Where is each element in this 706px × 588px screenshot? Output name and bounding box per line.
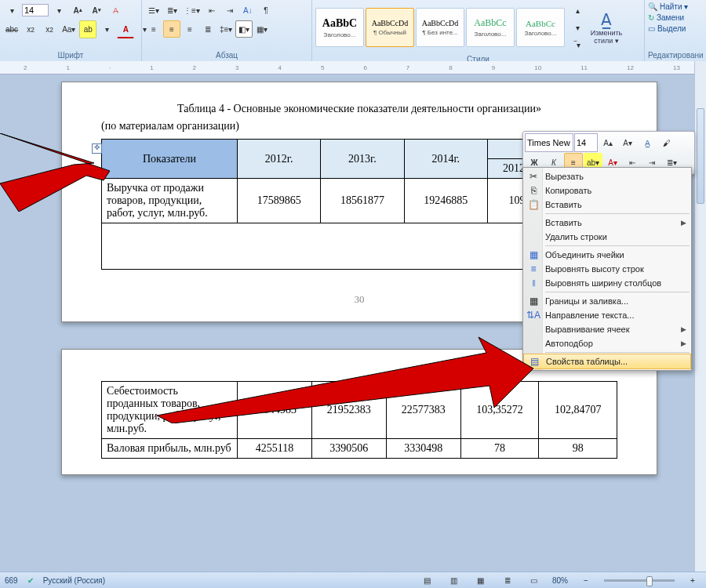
ctx-table-properties[interactable]: ▤Свойства таблицы... [523,354,691,369]
font-size-dropdown[interactable]: ▾ [50,2,67,19]
style-heading1[interactable]: AaBbCЗаголово... [315,8,364,47]
ctx-direction[interactable]: ⇅AНаправление текста... [523,308,691,322]
row2-v2[interactable]: 21952383 [311,382,386,439]
font-family-end[interactable]: ▾ [3,2,20,19]
clear-formatting[interactable]: A̶ [107,2,124,19]
table-move-handle[interactable]: ✥ [92,143,102,154]
th-2012[interactable]: 2012г. [238,140,321,179]
mini-size[interactable] [574,133,598,152]
indent-dec[interactable]: ⇤ [203,2,220,19]
change-case[interactable]: Aa▾ [60,20,78,38]
ctx-merge[interactable]: ▦Объединить ячейки [523,248,691,262]
view-print[interactable]: ▤ [419,572,436,588]
ctx-autofit[interactable]: Автоподбор▶ [523,336,691,350]
group-label-editing: Редактировани [648,49,703,60]
replace-button[interactable]: ↻Замени [648,13,684,23]
view-draft[interactable]: ▭ [526,572,543,588]
row3-v3[interactable]: 3330498 [386,439,460,459]
superscript[interactable]: x2 [41,20,58,38]
mini-shrink[interactable]: A▾ [618,133,637,152]
shrink-font[interactable]: A▾ [88,2,105,19]
row2-v5[interactable]: 102,84707 [539,382,617,439]
align-right[interactable]: ≡ [181,20,198,38]
font-color[interactable]: A [117,20,134,38]
row3-label[interactable]: Валовая прибыль, млн.руб [102,439,238,459]
mini-styles-icon[interactable]: A̲ [638,133,657,152]
change-styles[interactable]: A̲ Изменить стили ▾ [588,10,624,45]
grow-font[interactable]: A▴ [69,2,86,19]
strike[interactable]: abc [3,20,20,38]
row1-label[interactable]: Выручка от продажи товаров, продукции, р… [102,179,238,223]
highlight[interactable]: ab [79,20,96,38]
ctx-dist-rows[interactable]: ≡Выровнять высоту строк [523,262,691,276]
style-nospacing[interactable]: AaBbCcDd¶ Без инте... [416,8,464,47]
economic-table-2[interactable]: Себестоимость проданных товаров, продукц… [101,381,617,459]
mini-font[interactable] [525,133,573,152]
align-justify[interactable]: ≣ [199,20,217,38]
ctx-borders[interactable]: ▦Границы и заливка... [523,294,691,308]
row3-v2[interactable]: 3390506 [311,439,386,459]
row3-v5[interactable]: 98 [539,439,617,459]
row2-label[interactable]: Себестоимость проданных товаров, продукц… [102,382,238,439]
styles-more[interactable]: ‾▾ [569,36,586,53]
mini-grow[interactable]: A▴ [599,133,617,152]
ctx-insert[interactable]: Вставить▶ [523,216,691,230]
font-size-input[interactable] [22,4,49,16]
status-language[interactable]: Русский (Россия) [43,576,105,585]
styles-down[interactable]: ▾ [569,19,586,36]
table-caption: Таблица 4 - Основные экономические показ… [101,103,617,115]
zoom-out[interactable]: − [577,572,595,588]
bullets[interactable]: ☰▾ [145,2,162,19]
row2-v1[interactable]: 21844983 [238,382,312,439]
ctx-delete-rows[interactable]: Удалить строки [523,230,691,244]
row1-v3[interactable]: 19246885 [404,179,487,223]
scrollbar-thumb[interactable] [697,108,704,204]
ctx-cut[interactable]: ✂Вырезать [523,169,691,183]
th-2013[interactable]: 2013г. [321,140,404,179]
row2-v4[interactable]: 103,35272 [460,382,539,439]
row3-v1[interactable]: 4255118 [238,439,312,459]
row3-v4[interactable]: 78 [460,439,539,459]
numbering[interactable]: ≣▾ [163,2,180,19]
view-outline[interactable]: ≣ [499,572,516,588]
sort[interactable]: A↓ [239,2,257,19]
multilevel[interactable]: ⋮≡▾ [181,2,202,19]
status-bar: 669 ✔ Русский (Россия) ▤ ▥ ▦ ≣ ▭ 80% − + [0,572,706,588]
view-web[interactable]: ▦ [472,572,489,588]
zoom-slider[interactable] [604,579,675,582]
ctx-paste[interactable]: 📋Вставить [523,198,691,212]
zoom-level[interactable]: 80% [552,576,568,585]
row1-v1[interactable]: 17589865 [238,179,321,223]
style-normal[interactable]: AaBbCcDd¶ Обычный [366,8,414,47]
status-words[interactable]: 669 [5,576,18,585]
change-styles-icon: A̲ [601,10,612,29]
styles-gallery[interactable]: AaBbCЗаголово... AaBbCcDd¶ Обычный AaBbC… [315,8,565,47]
ctx-copy[interactable]: ⎘Копировать [523,183,691,198]
select-button[interactable]: ▭Выдели [648,24,686,34]
show-marks[interactable]: ¶ [257,2,275,19]
line-spacing[interactable]: ‡≡▾ [217,20,235,38]
borders-btn[interactable]: ▦▾ [253,20,271,38]
indent-inc[interactable]: ⇥ [221,2,238,19]
shading[interactable]: ◧▾ [235,20,253,38]
zoom-in[interactable]: + [684,572,701,588]
highlight-dd[interactable]: ▾ [98,20,115,38]
ruler-horizontal[interactable]: 21·123456789101112131415161718 [0,61,706,74]
styles-up[interactable]: ▴ [569,2,586,19]
ctx-align[interactable]: Выравнивание ячеек▶ [523,322,691,336]
status-proofing-icon[interactable]: ✔ [27,576,34,585]
align-center[interactable]: ≡ [163,20,180,38]
th-indicators[interactable]: Показатели [102,140,238,179]
vertical-scrollbar[interactable] [694,61,706,572]
row2-v3[interactable]: 22577383 [386,382,460,439]
th-2014[interactable]: 2014г. [404,140,487,179]
row1-v2[interactable]: 18561877 [321,179,404,223]
subscript[interactable]: x2 [22,20,39,38]
ctx-dist-cols[interactable]: ⦀Выровнять ширину столбцов [523,276,691,290]
view-read[interactable]: ▥ [446,572,463,588]
align-left[interactable]: ≡ [145,20,162,38]
style-heading3[interactable]: AaBbCcЗаголово... [516,8,565,47]
mini-format-painter[interactable]: 🖌 [657,133,676,152]
style-heading2[interactable]: AaBbCcЗаголово... [466,8,515,47]
find-button[interactable]: 🔍Найти ▾ [648,2,688,12]
